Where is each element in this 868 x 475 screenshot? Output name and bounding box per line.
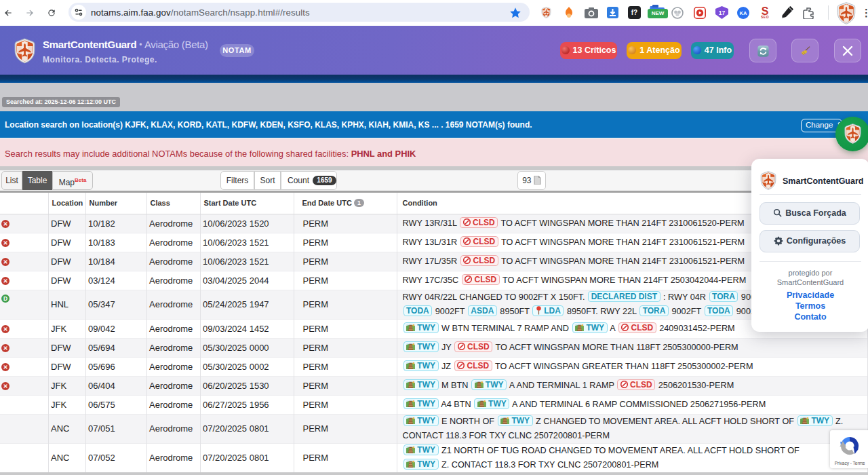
svg-text:17: 17 (719, 10, 726, 16)
svg-text:KA: KA (740, 10, 747, 16)
